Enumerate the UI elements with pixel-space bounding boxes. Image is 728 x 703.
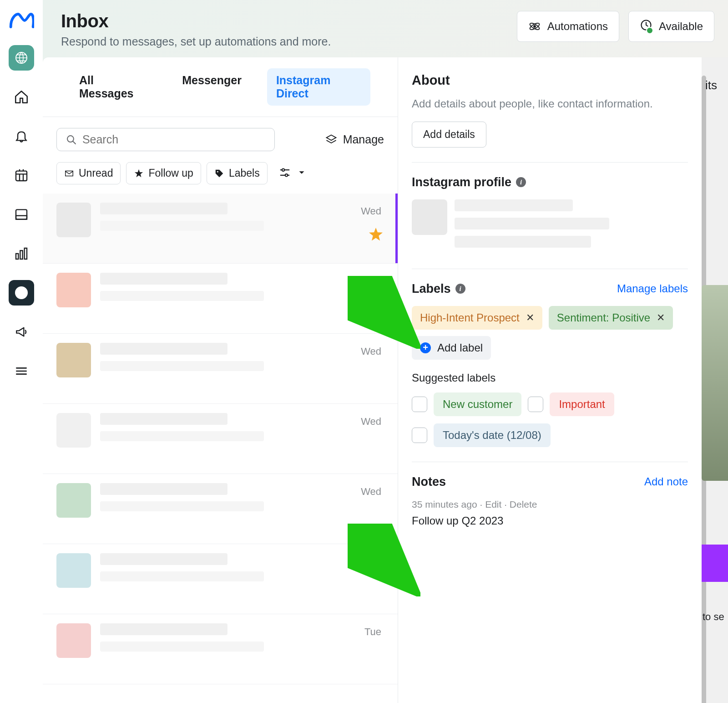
svg-rect-1	[16, 171, 27, 181]
conversation-row[interactable]: Tue	[43, 614, 398, 684]
suggested-checkbox[interactable]	[528, 397, 543, 412]
star-icon[interactable]	[368, 226, 384, 245]
avatar	[56, 483, 91, 518]
clock-icon	[640, 19, 652, 34]
filter-settings-icon[interactable]	[278, 166, 291, 181]
suggested-label[interactable]: Today's date (12/08)	[434, 423, 551, 447]
info-icon[interactable]: i	[516, 177, 526, 187]
search-input[interactable]	[56, 128, 275, 151]
rail-menu-icon[interactable]	[9, 358, 34, 384]
timestamp: Wed	[361, 346, 381, 357]
rail-globe-icon[interactable]	[9, 45, 34, 71]
avatar	[56, 203, 91, 237]
timestamp: Wed	[361, 486, 381, 498]
timestamp: Wed	[361, 416, 381, 428]
suggested-checkbox[interactable]	[412, 397, 427, 412]
timestamp: Tue	[364, 626, 381, 638]
add-label-button[interactable]: +Add label	[412, 336, 491, 360]
applied-label[interactable]: High-Intent Prospect✕	[412, 306, 542, 330]
svg-point-14	[217, 171, 218, 172]
tag-icon	[214, 168, 224, 178]
conversation-row[interactable]: Wed	[43, 264, 398, 334]
svg-rect-3	[16, 216, 27, 219]
note-meta: 35 minutes ago · Edit · Delete	[412, 499, 688, 510]
timestamp: Wed	[361, 205, 381, 217]
svg-point-16	[285, 174, 287, 176]
conversation-row[interactable]: Wed	[43, 334, 398, 404]
avatar	[56, 553, 91, 588]
plus-icon: +	[420, 342, 431, 353]
rail-bell-icon[interactable]	[9, 123, 34, 149]
image-fragment	[702, 285, 728, 481]
profile-avatar	[412, 199, 447, 235]
suggested-checkbox[interactable]	[412, 428, 427, 443]
rail-insights-icon[interactable]	[9, 241, 34, 266]
conversation-row[interactable]: Wed	[43, 474, 398, 544]
remove-label-icon[interactable]: ✕	[526, 312, 534, 324]
rail-calendar-icon[interactable]	[9, 163, 34, 188]
tab-messenger[interactable]: Messenger	[173, 68, 251, 106]
svg-rect-13	[66, 171, 73, 176]
svg-point-15	[282, 168, 284, 171]
remove-label-icon[interactable]: ✕	[657, 312, 665, 324]
conversation-row[interactable]: Wed	[43, 194, 398, 264]
search-icon	[66, 134, 77, 146]
svg-rect-6	[25, 248, 27, 259]
timestamp: Wed	[361, 275, 381, 287]
svg-rect-5	[20, 250, 22, 259]
atom-icon	[528, 20, 541, 33]
right-overflow: its to se	[702, 57, 728, 703]
suggested-label[interactable]: New customer	[434, 392, 521, 416]
nav-rail	[0, 0, 43, 703]
star-icon	[134, 168, 144, 178]
avatar	[56, 623, 91, 658]
notes-title: Notes	[412, 475, 446, 489]
ig-profile-title: Instagram profilei	[412, 175, 526, 189]
timestamp: Tue	[364, 556, 381, 568]
manage-labels-link[interactable]: Manage labels	[617, 282, 688, 295]
info-icon[interactable]: i	[455, 284, 465, 294]
mail-icon	[64, 168, 74, 178]
tab-instagram-direct[interactable]: Instagram Direct	[267, 68, 370, 106]
filter-followup[interactable]: Follow up	[126, 162, 201, 184]
availability-button[interactable]: Available	[628, 11, 714, 42]
suggested-label[interactable]: Important	[550, 392, 614, 416]
svg-rect-4	[16, 254, 18, 259]
stack-icon	[325, 133, 338, 146]
inbox-tabs: All Messages Messenger Instagram Direct	[43, 57, 398, 117]
page-subtitle: Respond to messages, set up automations …	[61, 35, 331, 48]
rail-inbox-icon[interactable]	[9, 280, 34, 306]
purple-block	[702, 545, 728, 582]
svg-point-8	[533, 25, 536, 28]
add-details-button[interactable]: Add details	[412, 122, 486, 148]
filter-labels[interactable]: Labels	[207, 162, 268, 184]
filter-unread[interactable]: Unread	[56, 162, 121, 184]
rail-megaphone-icon[interactable]	[9, 319, 34, 345]
avatar	[56, 273, 91, 307]
add-note-link[interactable]: Add note	[644, 475, 688, 488]
conversation-row[interactable]: Wed	[43, 404, 398, 474]
about-title: About	[412, 73, 688, 88]
tab-all-messages[interactable]: All Messages	[70, 68, 157, 106]
rail-planner-icon[interactable]	[9, 202, 34, 227]
labels-title: Labelsi	[412, 282, 465, 296]
note-delete[interactable]: Delete	[510, 499, 537, 509]
avatar	[56, 413, 91, 448]
automations-button[interactable]: Automations	[517, 11, 619, 42]
applied-label[interactable]: Sentiment: Positive✕	[549, 306, 673, 330]
note-edit[interactable]: Edit	[485, 499, 501, 509]
manage-button[interactable]: Manage	[325, 133, 384, 146]
note-text: Follow up Q2 2023	[412, 515, 688, 527]
avatar	[56, 343, 91, 377]
svg-rect-2	[16, 209, 27, 219]
conversation-row[interactable]: Tue	[43, 544, 398, 614]
about-desc: Add details about people, like contact i…	[412, 96, 688, 112]
page-title: Inbox	[61, 11, 331, 31]
meta-logo	[9, 11, 34, 31]
suggested-labels-title: Suggested labels	[412, 372, 688, 384]
rail-home-icon[interactable]	[9, 84, 34, 110]
chevron-down-icon[interactable]	[297, 168, 307, 179]
